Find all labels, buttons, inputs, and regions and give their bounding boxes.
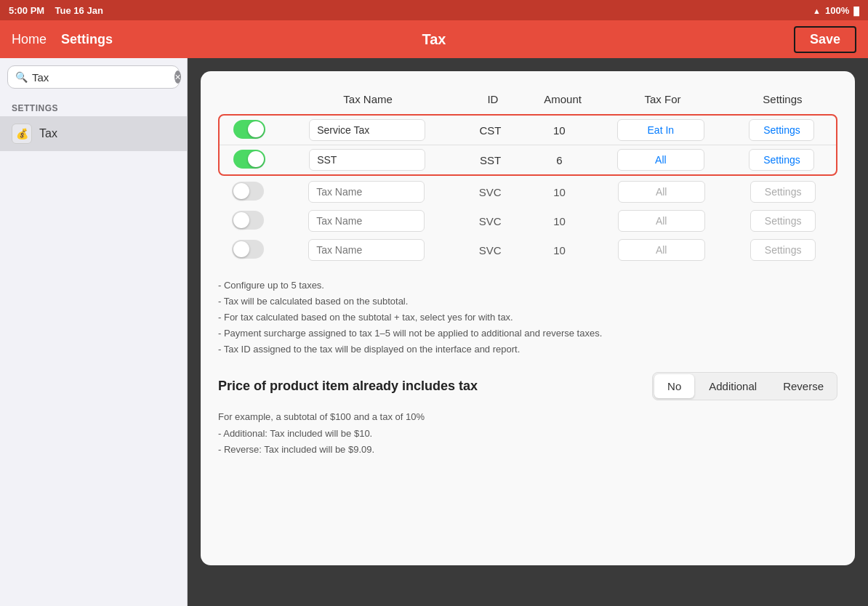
tax-card: Tax Name ID Amount Tax For Settings xyxy=(201,71,855,565)
tax-settings-button-empty-2[interactable]: Settings xyxy=(750,239,816,261)
tax-amount-cell-empty-0: 10 xyxy=(525,177,594,206)
tax-for-button-empty-0[interactable]: All xyxy=(618,181,705,203)
tax-settings-button-empty-0[interactable]: Settings xyxy=(750,181,816,203)
toggle-switch-0[interactable] xyxy=(233,120,265,139)
note-item: - Payment surcharge assigned to tax 1–5 … xyxy=(218,326,837,342)
search-bar: 🔍 ✕ xyxy=(7,65,180,89)
tax-icon: 💰 xyxy=(12,124,32,144)
sidebar-item-tax[interactable]: 💰 Tax xyxy=(0,116,187,151)
toggle-switch-empty-1[interactable] xyxy=(232,211,264,230)
col-header-taxfor: Tax For xyxy=(598,89,728,114)
tax-for-button-1[interactable]: All xyxy=(617,149,704,171)
price-option-no[interactable]: No xyxy=(654,374,694,398)
toggle-switch-1[interactable] xyxy=(233,150,265,169)
toggle-switch-empty-0[interactable] xyxy=(232,182,264,201)
price-option-additional[interactable]: Additional xyxy=(696,373,770,400)
active-tax-row: SST 6 All Settings xyxy=(220,145,836,175)
tax-name-input-0[interactable] xyxy=(309,119,425,141)
active-rows-container: CST 10 Eat In Settings SST 6 All Setting… xyxy=(218,114,837,176)
wifi-icon xyxy=(813,5,821,16)
tax-for-button-empty-1[interactable]: All xyxy=(618,210,705,232)
battery-percent: 100% xyxy=(825,5,849,16)
status-bar: 5:00 PM Tue 16 Jan 100% xyxy=(0,0,868,20)
tax-name-input-empty-0[interactable] xyxy=(308,181,425,203)
note-item: - For tax calculated based on the subtot… xyxy=(218,310,837,326)
main-layout: 🔍 ✕ SETTINGS 💰 Tax Tax Name ID Amount Ta… xyxy=(0,58,868,606)
active-tax-table: CST 10 Eat In Settings SST 6 All Setting… xyxy=(220,116,836,174)
note-item: - Tax ID assigned to the tax will be dis… xyxy=(218,342,837,357)
tax-for-button-empty-2[interactable]: All xyxy=(618,239,705,261)
tax-name-input-empty-1[interactable] xyxy=(308,210,425,232)
price-section: Price of product item already includes t… xyxy=(218,372,837,400)
nav-title: Tax xyxy=(422,31,446,48)
content-area: Tax Name ID Amount Tax For Settings xyxy=(188,58,868,606)
empty-tax-row: SVC 10 All Settings xyxy=(218,177,837,206)
tax-id-cell-empty-1: SVC xyxy=(456,206,525,235)
tax-name-input-empty-2[interactable] xyxy=(308,239,425,261)
tax-settings-button-0[interactable]: Settings xyxy=(749,119,814,141)
tax-settings-button-1[interactable]: Settings xyxy=(749,149,814,171)
settings-nav-button[interactable]: Settings xyxy=(61,32,113,47)
col-header-toggle xyxy=(218,89,278,114)
price-label: Price of product item already includes t… xyxy=(218,379,643,394)
price-option-reverse[interactable]: Reverse xyxy=(770,373,837,400)
tax-settings-button-empty-1[interactable]: Settings xyxy=(750,210,816,232)
empty-tax-table: SVC 10 All Settings SVC 10 All Settings xyxy=(218,177,837,264)
tax-amount-cell-0: 10 xyxy=(525,116,594,145)
sidebar: 🔍 ✕ SETTINGS 💰 Tax xyxy=(0,58,188,606)
tax-id-cell-0: CST xyxy=(456,116,525,145)
tax-amount-cell-empty-2: 10 xyxy=(525,235,594,264)
tax-for-button-0[interactable]: Eat In xyxy=(617,119,704,141)
active-tax-row: CST 10 Eat In Settings xyxy=(220,116,836,145)
price-example-line: For example, a subtotal of $100 and a ta… xyxy=(218,409,837,425)
home-nav-button[interactable]: Home xyxy=(12,32,47,47)
tax-name-input-1[interactable] xyxy=(309,149,425,171)
empty-tax-row: SVC 10 All Settings xyxy=(218,235,837,264)
status-date: Tue 16 Jan xyxy=(55,5,103,16)
battery-icon xyxy=(853,5,859,16)
tax-amount-cell-1: 6 xyxy=(525,145,594,175)
toggle-switch-empty-2[interactable] xyxy=(232,240,264,259)
empty-tax-row: SVC 10 All Settings xyxy=(218,206,837,235)
nav-bar: Home Settings Tax Save xyxy=(0,20,868,58)
tax-table: Tax Name ID Amount Tax For Settings xyxy=(218,89,837,114)
price-example-line: - Reverse: Tax included will be $9.09. xyxy=(218,442,837,458)
col-header-amount: Amount xyxy=(528,89,598,114)
tax-amount-cell-empty-1: 10 xyxy=(525,206,594,235)
sidebar-section-label: SETTINGS xyxy=(0,96,187,116)
col-header-id: ID xyxy=(458,89,528,114)
note-item: - Tax will be calculated based on the su… xyxy=(218,294,837,310)
col-header-name: Tax Name xyxy=(278,89,457,114)
tax-id-cell-1: SST xyxy=(456,145,525,175)
save-button[interactable]: Save xyxy=(794,26,856,53)
price-example-line: - Additional: Tax included will be $10. xyxy=(218,426,837,442)
price-options-group: NoAdditionalReverse xyxy=(652,372,837,400)
tax-id-cell-empty-2: SVC xyxy=(456,235,525,264)
tax-id-cell-empty-0: SVC xyxy=(456,177,525,206)
notes-section: - Configure up to 5 taxes.- Tax will be … xyxy=(218,278,837,357)
status-time: 5:00 PM xyxy=(9,5,44,16)
col-header-settings: Settings xyxy=(728,89,837,114)
note-item: - Configure up to 5 taxes. xyxy=(218,278,837,294)
search-input[interactable] xyxy=(32,71,170,84)
price-example: For example, a subtotal of $100 and a ta… xyxy=(218,409,837,457)
sidebar-item-label: Tax xyxy=(39,127,57,140)
status-time-date: 5:00 PM Tue 16 Jan xyxy=(9,5,103,16)
status-icons: 100% xyxy=(813,5,859,16)
search-icon: 🔍 xyxy=(15,71,28,83)
search-clear-button[interactable]: ✕ xyxy=(174,70,181,84)
